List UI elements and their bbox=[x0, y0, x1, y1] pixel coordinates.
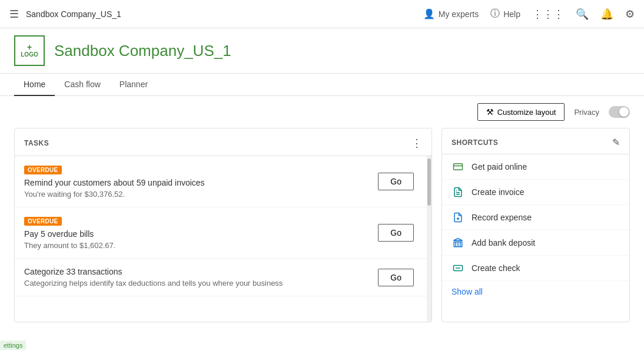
shortcut-label: Add bank deposit bbox=[472, 238, 535, 247]
sliders-icon: ⚒ bbox=[486, 107, 494, 117]
help-label: Help bbox=[503, 9, 520, 19]
show-all-link[interactable]: Show all bbox=[442, 281, 629, 302]
top-nav: ☰ Sandbox Company_US_1 👤 My experts ⓘ He… bbox=[0, 0, 644, 28]
privacy-label: Privacy bbox=[574, 108, 599, 117]
tasks-body: OVERDUE Remind your customers about 59 u… bbox=[15, 156, 431, 322]
shortcut-label: Create check bbox=[472, 263, 520, 273]
apps-icon[interactable]: ⋮⋮⋮ bbox=[532, 8, 564, 21]
task-title: Pay 5 overdue bills bbox=[24, 229, 378, 239]
main-content: ⚒ Customize layout Privacy TASKS ⋮ OVERD… bbox=[0, 96, 644, 347]
help-icon: ⓘ bbox=[490, 8, 500, 20]
svg-rect-0 bbox=[454, 164, 463, 170]
go-button-3[interactable]: Go bbox=[378, 269, 414, 286]
shortcut-label: Create invoice bbox=[472, 187, 525, 197]
go-button-2[interactable]: Go bbox=[378, 224, 414, 242]
task-item: Categorize 33 transactions Categorizing … bbox=[15, 259, 431, 296]
overdue-badge: OVERDUE bbox=[24, 166, 62, 174]
bank-icon bbox=[452, 236, 464, 249]
tab-planner[interactable]: Planner bbox=[110, 74, 157, 96]
task-desc: You're waiting for $30,376.52. bbox=[24, 190, 378, 199]
task-info: Categorize 33 transactions Categorizing … bbox=[24, 267, 378, 288]
check-icon bbox=[452, 262, 464, 275]
tasks-menu-icon[interactable]: ⋮ bbox=[411, 137, 422, 150]
task-info: OVERDUE Pay 5 overdue bills They amount … bbox=[24, 216, 378, 250]
notifications-icon[interactable]: 🔔 bbox=[600, 8, 613, 21]
task-item: OVERDUE Remind your customers about 59 u… bbox=[15, 156, 431, 207]
task-title: Remind your customers about 59 unpaid in… bbox=[24, 178, 378, 187]
my-experts-label: My experts bbox=[439, 9, 479, 19]
shortcut-create-invoice[interactable]: Create invoice bbox=[442, 180, 629, 205]
toolbar-row: ⚒ Customize layout Privacy bbox=[14, 96, 630, 128]
task-info: OVERDUE Remind your customers about 59 u… bbox=[24, 164, 378, 199]
shortcut-create-check[interactable]: Create check bbox=[442, 256, 629, 281]
shortcuts-title: SHORTCUTS bbox=[452, 138, 498, 147]
invoice-icon bbox=[452, 186, 464, 199]
expense-icon bbox=[452, 211, 464, 224]
tasks-title: TASKS bbox=[24, 139, 49, 147]
svg-marker-7 bbox=[454, 239, 463, 241]
task-desc: They amount to $1,602.67. bbox=[24, 241, 378, 250]
shortcut-get-paid[interactable]: Get paid online bbox=[442, 154, 629, 180]
scrollbar-track[interactable] bbox=[427, 156, 431, 322]
scrollbar-thumb[interactable] bbox=[427, 159, 431, 206]
tabs-bar: Home Cash flow Planner bbox=[0, 74, 644, 96]
overdue-badge: OVERDUE bbox=[24, 217, 62, 226]
shortcuts-header: SHORTCUTS ✎ bbox=[442, 128, 629, 154]
toggle-knob bbox=[619, 107, 629, 117]
shortcut-label: Record expense bbox=[472, 213, 532, 222]
customize-layout-button[interactable]: ⚒ Customize layout bbox=[477, 103, 565, 121]
customize-label: Customize layout bbox=[497, 108, 556, 117]
bottom-settings-label: ettings bbox=[0, 341, 26, 350]
tasks-panel: TASKS ⋮ OVERDUE Remind your customers ab… bbox=[14, 128, 432, 322]
tasks-header: TASKS ⋮ bbox=[15, 128, 431, 156]
go-button-1[interactable]: Go bbox=[378, 173, 414, 190]
nav-right-area: 👤 My experts ⓘ Help ⋮⋮⋮ 🔍 🔔 ⚙ bbox=[423, 8, 635, 21]
help-nav[interactable]: ⓘ Help bbox=[490, 8, 520, 20]
task-title: Categorize 33 transactions bbox=[24, 267, 378, 276]
task-desc: Categorizing helps identify tax deductio… bbox=[24, 279, 378, 288]
shortcut-label: Get paid online bbox=[472, 162, 527, 171]
company-title: Sandbox Company_US_1 bbox=[54, 42, 231, 60]
tab-cashflow[interactable]: Cash flow bbox=[55, 74, 109, 96]
nav-company-name: Sandbox Company_US_1 bbox=[26, 9, 423, 19]
company-logo: + LOGO bbox=[14, 35, 45, 66]
company-header: + LOGO Sandbox Company_US_1 bbox=[0, 28, 644, 74]
shortcuts-panel: SHORTCUTS ✎ Get paid online Create invoi… bbox=[441, 128, 630, 322]
task-row: OVERDUE Pay 5 overdue bills They amount … bbox=[24, 216, 414, 250]
my-experts-nav[interactable]: 👤 My experts bbox=[423, 8, 479, 19]
person-icon: 👤 bbox=[423, 8, 435, 19]
shortcut-record-expense[interactable]: Record expense bbox=[442, 205, 629, 230]
shortcut-add-bank-deposit[interactable]: Add bank deposit bbox=[442, 230, 629, 256]
task-item: OVERDUE Pay 5 overdue bills They amount … bbox=[15, 207, 431, 259]
search-icon[interactable]: 🔍 bbox=[576, 8, 589, 21]
logo-plus: + bbox=[27, 43, 32, 51]
task-row: OVERDUE Remind your customers about 59 u… bbox=[24, 164, 414, 199]
privacy-toggle[interactable] bbox=[609, 106, 630, 118]
edit-icon[interactable]: ✎ bbox=[612, 137, 620, 148]
settings-icon[interactable]: ⚙ bbox=[625, 8, 635, 21]
tab-home[interactable]: Home bbox=[14, 74, 55, 96]
dollar-icon bbox=[452, 160, 464, 173]
columns-area: TASKS ⋮ OVERDUE Remind your customers ab… bbox=[14, 128, 630, 347]
logo-text: LOGO bbox=[21, 51, 38, 58]
task-row: Categorize 33 transactions Categorizing … bbox=[24, 267, 414, 288]
menu-icon[interactable]: ☰ bbox=[9, 8, 19, 21]
